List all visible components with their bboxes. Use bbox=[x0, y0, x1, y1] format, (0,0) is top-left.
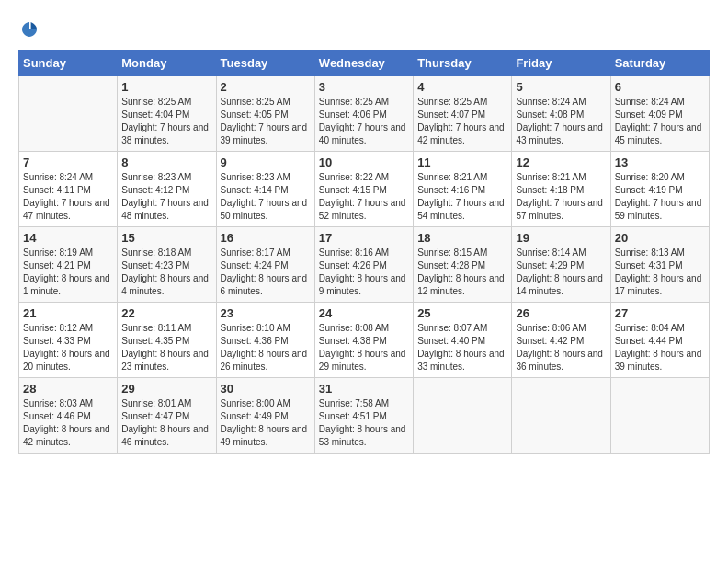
day-cell bbox=[610, 378, 709, 454]
day-number: 27 bbox=[615, 306, 705, 320]
day-info: Sunrise: 8:20 AM Sunset: 4:19 PM Dayligh… bbox=[615, 171, 705, 223]
day-cell: 16Sunrise: 8:17 AM Sunset: 4:24 PM Dayli… bbox=[216, 227, 314, 303]
day-cell: 15Sunrise: 8:18 AM Sunset: 4:23 PM Dayli… bbox=[118, 227, 216, 303]
day-number: 30 bbox=[221, 382, 311, 396]
day-cell: 23Sunrise: 8:10 AM Sunset: 4:36 PM Dayli… bbox=[216, 303, 314, 378]
header-day-sunday: Sunday bbox=[19, 51, 118, 76]
day-number: 24 bbox=[319, 306, 409, 320]
day-info: Sunrise: 8:24 AM Sunset: 4:09 PM Dayligh… bbox=[615, 96, 705, 147]
day-info: Sunrise: 8:15 AM Sunset: 4:28 PM Dayligh… bbox=[417, 247, 507, 298]
day-number: 29 bbox=[121, 382, 211, 396]
day-info: Sunrise: 8:21 AM Sunset: 4:18 PM Dayligh… bbox=[516, 171, 606, 223]
day-cell: 26Sunrise: 8:06 AM Sunset: 4:42 PM Dayli… bbox=[512, 303, 610, 378]
day-number: 23 bbox=[221, 306, 311, 320]
calendar-table: SundayMondayTuesdayWednesdayThursdayFrid… bbox=[18, 50, 710, 454]
day-cell: 2Sunrise: 8:25 AM Sunset: 4:05 PM Daylig… bbox=[216, 76, 314, 152]
day-info: Sunrise: 8:24 AM Sunset: 4:11 PM Dayligh… bbox=[23, 171, 113, 223]
day-number: 21 bbox=[23, 306, 113, 320]
day-number: 2 bbox=[221, 80, 311, 94]
day-info: Sunrise: 8:13 AM Sunset: 4:31 PM Dayligh… bbox=[615, 247, 705, 298]
day-info: Sunrise: 8:19 AM Sunset: 4:21 PM Dayligh… bbox=[23, 247, 113, 298]
day-cell: 21Sunrise: 8:12 AM Sunset: 4:33 PM Dayli… bbox=[19, 303, 118, 378]
day-info: Sunrise: 8:24 AM Sunset: 4:08 PM Dayligh… bbox=[516, 96, 606, 147]
day-info: Sunrise: 8:22 AM Sunset: 4:15 PM Dayligh… bbox=[319, 171, 409, 223]
day-number: 14 bbox=[23, 231, 113, 245]
day-number: 11 bbox=[417, 155, 507, 169]
day-number: 7 bbox=[23, 155, 113, 169]
day-info: Sunrise: 8:12 AM Sunset: 4:33 PM Dayligh… bbox=[23, 322, 113, 373]
day-cell: 6Sunrise: 8:24 AM Sunset: 4:09 PM Daylig… bbox=[610, 76, 709, 152]
day-cell: 29Sunrise: 8:01 AM Sunset: 4:47 PM Dayli… bbox=[118, 378, 216, 454]
day-info: Sunrise: 8:08 AM Sunset: 4:38 PM Dayligh… bbox=[319, 322, 409, 373]
day-number: 19 bbox=[516, 231, 606, 245]
day-number: 25 bbox=[417, 306, 507, 320]
day-info: Sunrise: 8:16 AM Sunset: 4:26 PM Dayligh… bbox=[319, 247, 409, 298]
day-info: Sunrise: 8:25 AM Sunset: 4:04 PM Dayligh… bbox=[121, 96, 211, 147]
day-info: Sunrise: 8:00 AM Sunset: 4:49 PM Dayligh… bbox=[221, 397, 311, 449]
day-number: 3 bbox=[319, 80, 409, 94]
day-number: 13 bbox=[615, 155, 705, 169]
day-cell: 24Sunrise: 8:08 AM Sunset: 4:38 PM Dayli… bbox=[314, 303, 413, 378]
day-cell bbox=[414, 378, 512, 454]
day-number: 15 bbox=[121, 231, 211, 245]
day-number: 28 bbox=[23, 382, 113, 396]
day-info: Sunrise: 8:07 AM Sunset: 4:40 PM Dayligh… bbox=[417, 322, 507, 373]
day-cell: 31Sunrise: 7:58 AM Sunset: 4:51 PM Dayli… bbox=[314, 378, 413, 454]
day-number: 9 bbox=[221, 155, 311, 169]
header-day-tuesday: Tuesday bbox=[216, 51, 314, 76]
header-day-friday: Friday bbox=[512, 51, 610, 76]
day-number: 6 bbox=[615, 80, 705, 94]
day-number: 1 bbox=[121, 80, 211, 94]
header-day-thursday: Thursday bbox=[414, 51, 512, 76]
day-cell bbox=[512, 378, 610, 454]
day-info: Sunrise: 8:23 AM Sunset: 4:14 PM Dayligh… bbox=[221, 171, 311, 223]
day-cell: 1Sunrise: 8:25 AM Sunset: 4:04 PM Daylig… bbox=[118, 76, 216, 152]
day-cell: 9Sunrise: 8:23 AM Sunset: 4:14 PM Daylig… bbox=[216, 152, 314, 227]
day-cell: 12Sunrise: 8:21 AM Sunset: 4:18 PM Dayli… bbox=[512, 152, 610, 227]
day-info: Sunrise: 8:18 AM Sunset: 4:23 PM Dayligh… bbox=[121, 247, 211, 298]
day-cell: 11Sunrise: 8:21 AM Sunset: 4:16 PM Dayli… bbox=[414, 152, 512, 227]
day-cell: 5Sunrise: 8:24 AM Sunset: 4:08 PM Daylig… bbox=[512, 76, 610, 152]
day-info: Sunrise: 8:23 AM Sunset: 4:12 PM Dayligh… bbox=[121, 171, 211, 223]
day-info: Sunrise: 8:04 AM Sunset: 4:44 PM Dayligh… bbox=[615, 322, 705, 373]
header-day-saturday: Saturday bbox=[610, 51, 709, 76]
day-cell: 27Sunrise: 8:04 AM Sunset: 4:44 PM Dayli… bbox=[610, 303, 709, 378]
header-day-monday: Monday bbox=[118, 51, 216, 76]
day-cell: 10Sunrise: 8:22 AM Sunset: 4:15 PM Dayli… bbox=[314, 152, 413, 227]
week-row-2: 7Sunrise: 8:24 AM Sunset: 4:11 PM Daylig… bbox=[19, 152, 710, 227]
week-row-1: 1Sunrise: 8:25 AM Sunset: 4:04 PM Daylig… bbox=[19, 76, 710, 152]
day-cell: 4Sunrise: 8:25 AM Sunset: 4:07 PM Daylig… bbox=[414, 76, 512, 152]
day-number: 12 bbox=[516, 155, 606, 169]
day-number: 5 bbox=[516, 80, 606, 94]
week-row-5: 28Sunrise: 8:03 AM Sunset: 4:46 PM Dayli… bbox=[19, 378, 710, 454]
day-cell: 3Sunrise: 8:25 AM Sunset: 4:06 PM Daylig… bbox=[314, 76, 413, 152]
day-number: 26 bbox=[516, 306, 606, 320]
day-cell: 22Sunrise: 8:11 AM Sunset: 4:35 PM Dayli… bbox=[118, 303, 216, 378]
header-row: SundayMondayTuesdayWednesdayThursdayFrid… bbox=[19, 51, 710, 76]
day-number: 17 bbox=[319, 231, 409, 245]
day-cell: 17Sunrise: 8:16 AM Sunset: 4:26 PM Dayli… bbox=[314, 227, 413, 303]
day-number: 18 bbox=[417, 231, 507, 245]
day-info: Sunrise: 8:25 AM Sunset: 4:05 PM Dayligh… bbox=[221, 96, 311, 147]
header bbox=[18, 18, 710, 40]
day-info: Sunrise: 8:21 AM Sunset: 4:16 PM Dayligh… bbox=[417, 171, 507, 223]
day-info: Sunrise: 7:58 AM Sunset: 4:51 PM Dayligh… bbox=[319, 397, 409, 449]
week-row-4: 21Sunrise: 8:12 AM Sunset: 4:33 PM Dayli… bbox=[19, 303, 710, 378]
day-number: 31 bbox=[319, 382, 409, 396]
day-cell: 7Sunrise: 8:24 AM Sunset: 4:11 PM Daylig… bbox=[19, 152, 118, 227]
day-info: Sunrise: 8:06 AM Sunset: 4:42 PM Dayligh… bbox=[516, 322, 606, 373]
day-info: Sunrise: 8:25 AM Sunset: 4:06 PM Dayligh… bbox=[319, 96, 409, 147]
day-info: Sunrise: 8:03 AM Sunset: 4:46 PM Dayligh… bbox=[23, 397, 113, 449]
day-cell: 30Sunrise: 8:00 AM Sunset: 4:49 PM Dayli… bbox=[216, 378, 314, 454]
day-info: Sunrise: 8:01 AM Sunset: 4:47 PM Dayligh… bbox=[121, 397, 211, 449]
logo-icon bbox=[18, 18, 40, 40]
day-cell: 8Sunrise: 8:23 AM Sunset: 4:12 PM Daylig… bbox=[118, 152, 216, 227]
day-number: 4 bbox=[417, 80, 507, 94]
week-row-3: 14Sunrise: 8:19 AM Sunset: 4:21 PM Dayli… bbox=[19, 227, 710, 303]
day-cell: 13Sunrise: 8:20 AM Sunset: 4:19 PM Dayli… bbox=[610, 152, 709, 227]
day-info: Sunrise: 8:14 AM Sunset: 4:29 PM Dayligh… bbox=[516, 247, 606, 298]
day-info: Sunrise: 8:25 AM Sunset: 4:07 PM Dayligh… bbox=[417, 96, 507, 147]
day-info: Sunrise: 8:10 AM Sunset: 4:36 PM Dayligh… bbox=[221, 322, 311, 373]
day-cell: 18Sunrise: 8:15 AM Sunset: 4:28 PM Dayli… bbox=[414, 227, 512, 303]
header-day-wednesday: Wednesday bbox=[314, 51, 413, 76]
